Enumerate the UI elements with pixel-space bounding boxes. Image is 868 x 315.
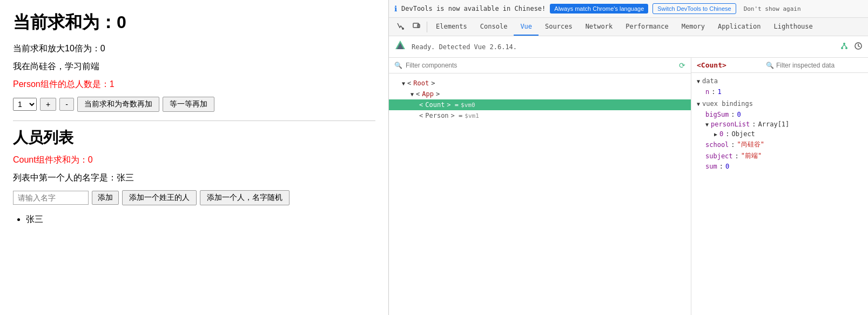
wait-add-button[interactable]: 等一等再加 (163, 97, 214, 112)
item0-colon: : (725, 130, 729, 138)
component-pane: 🔍 ⟳ ▼ <Root> ▼ <App> (389, 58, 691, 315)
vue-logo-icon (394, 39, 406, 54)
filter-components-input[interactable] (406, 62, 676, 69)
tree-item-count[interactable]: <Count> = $vm0 (389, 99, 691, 110)
tab-performance[interactable]: Performance (619, 18, 675, 36)
refresh-icon[interactable]: ⟳ (679, 61, 685, 70)
personlist-colon: : (752, 120, 756, 128)
main-sum-title: 当前求和为：0 (13, 11, 375, 35)
first-person-text: 列表中第一个人的名字是：张三 (13, 172, 375, 184)
data-section-header: ▼ data (697, 77, 863, 85)
inspector-header: <Count> 🔍 (691, 58, 868, 73)
component-filter-bar: 🔍 ⟳ (389, 58, 691, 73)
data-section-label: data (702, 77, 718, 85)
sum-10x-text: 当前求和放大10倍为：0 (13, 43, 375, 55)
history-icon[interactable] (854, 42, 863, 52)
vue-header-actions (840, 42, 863, 52)
tree-tag-count-close: > = (447, 101, 459, 109)
tree-arrow-root: ▼ (402, 81, 405, 86)
dismiss-button[interactable]: Don't show again (744, 5, 801, 12)
device-toolbar-icon[interactable] (408, 18, 425, 36)
filter-search-icon: 🔍 (394, 62, 402, 69)
bigsum-colon: : (731, 111, 735, 118)
left-panel: 当前求和为：0 当前求和放大10倍为：0 我在尚硅谷，学习前端 Person组件… (0, 0, 389, 315)
tree-vm-person: $vm1 (465, 112, 479, 119)
data-arrow-icon: ▼ (697, 78, 700, 84)
school-value: "尚硅谷" (737, 140, 764, 149)
tree-tag-count-open: < (419, 101, 423, 109)
notification-bar: ℹ DevTools is now available in Chinese! … (389, 0, 868, 18)
n-colon: : (711, 88, 715, 96)
tab-lighthouse[interactable]: Lighthouse (768, 18, 819, 36)
notification-message: DevTools is now available in Chinese! (401, 5, 546, 12)
tree-tag-person-open: < (419, 112, 423, 119)
n-key: n (705, 88, 709, 96)
item0-prop-row: ▶ 0 : Object (697, 129, 863, 139)
sum-value: 0 (725, 163, 729, 170)
tab-network[interactable]: Network (579, 18, 620, 36)
vuex-arrow-icon: ▼ (697, 101, 700, 107)
tab-separator (427, 22, 427, 32)
subject-prop-row: subject : "前端" (697, 150, 863, 162)
add-wang-button[interactable]: 添加一个姓王的人 (122, 190, 197, 205)
school-text: 我在尚硅谷，学习前端 (13, 61, 375, 72)
tree-tag-name-count: Count (425, 101, 445, 109)
person-list-title: 人员列表 (13, 128, 375, 148)
vue-header-bar: Ready. Detected Vue 2.6.14. (389, 36, 868, 58)
inspector-component-name: <Count> (697, 61, 726, 69)
name-input[interactable] (13, 191, 89, 205)
tab-vue[interactable]: Vue (514, 18, 539, 36)
number-select[interactable]: 1 2 3 (13, 98, 37, 111)
svg-point-8 (845, 47, 847, 49)
minus-button[interactable]: - (59, 98, 74, 111)
svg-point-7 (841, 47, 843, 49)
person-controls-row: 添加 添加一个姓王的人 添加一个人，名字随机 (13, 190, 375, 205)
tree-arrow-app: ▼ (411, 91, 414, 97)
sum-key: sum (705, 163, 717, 170)
subject-colon: : (735, 152, 739, 160)
divider (13, 120, 375, 121)
personlist-key: personList (711, 120, 750, 128)
sum-prop-row: sum : 0 (697, 162, 863, 171)
tab-memory[interactable]: Memory (675, 18, 711, 36)
svg-line-9 (842, 45, 844, 47)
tab-sources[interactable]: Sources (539, 18, 579, 36)
tab-console[interactable]: Console (474, 18, 514, 36)
tab-application[interactable]: Application (711, 18, 767, 36)
item0-arrow-icon: ▶ (714, 131, 717, 137)
tab-elements[interactable]: Elements (429, 18, 474, 36)
sum-controls-row: 1 2 3 + - 当前求和为奇数再加 等一等再加 (13, 97, 375, 112)
inspector-search-input[interactable] (776, 62, 863, 69)
devtools-body: 🔍 ⟳ ▼ <Root> ▼ <App> (389, 58, 868, 315)
odd-add-button[interactable]: 当前求和为奇数再加 (77, 97, 159, 112)
component-tree-icon[interactable] (840, 42, 849, 52)
school-prop-row: school : "尚硅谷" (697, 139, 863, 150)
add-button[interactable]: 添加 (92, 191, 119, 205)
inspector-body: ▼ data n : 1 ▼ vuex bindings (691, 73, 868, 315)
switch-chinese-button[interactable]: Switch DevTools to Chinese (652, 3, 736, 14)
n-prop-row: n : 1 (697, 87, 863, 97)
tree-item-app[interactable]: ▼ <App> (389, 89, 691, 99)
tree-tag-person-close: > = (451, 112, 463, 119)
tree-item-root[interactable]: ▼ <Root> (389, 78, 691, 89)
inspector-search-icon: 🔍 (766, 62, 774, 69)
bigsum-value: 0 (737, 111, 741, 118)
devtools-panel: ℹ DevTools is now available in Chinese! … (389, 0, 868, 315)
n-value: 1 (717, 88, 721, 96)
tree-tag-name-root: Root (413, 79, 429, 87)
person-list-item: 张三 (26, 214, 375, 225)
tree-item-person[interactable]: <Person> = $vm1 (389, 110, 691, 121)
bigsum-prop-row: bigSum : 0 (697, 110, 863, 119)
match-language-button[interactable]: Always match Chrome's language (550, 4, 648, 14)
item0-key: 0 (719, 130, 723, 138)
component-tree: ▼ <Root> ▼ <App> <Count> = $vm0 <Person> (389, 73, 691, 315)
person-count-text: Person组件的总人数是：1 (13, 79, 375, 90)
subject-value: "前端" (741, 151, 762, 160)
item0-type: Object (732, 130, 755, 138)
svg-point-6 (843, 43, 845, 45)
plus-button[interactable]: + (40, 98, 56, 111)
tree-tag-root: < (407, 79, 411, 87)
add-random-button[interactable]: 添加一个人，名字随机 (200, 190, 290, 205)
data-section: ▼ data n : 1 (697, 77, 863, 97)
inspect-element-icon[interactable] (392, 18, 408, 36)
